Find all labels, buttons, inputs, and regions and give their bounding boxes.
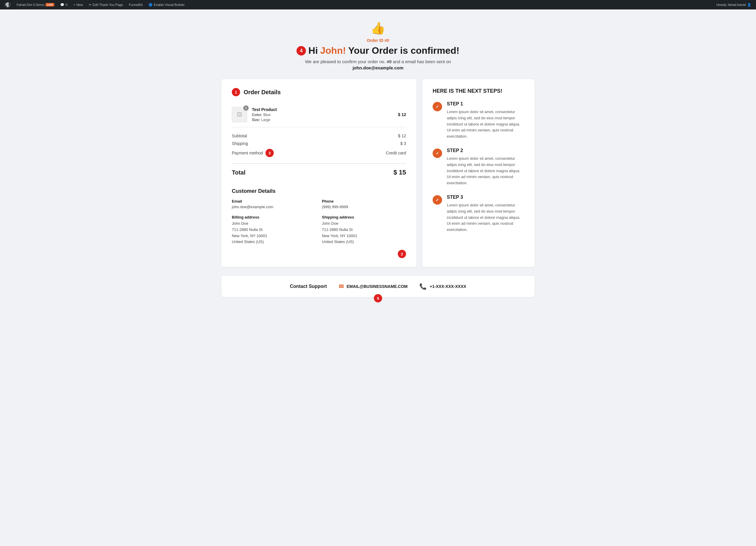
image-placeholder-icon: 🖼 xyxy=(237,112,242,118)
footer-email-address: EMAIL@BUSINESSNAME.COM xyxy=(347,284,408,289)
subtotal-row: Subtotal $ 12 xyxy=(232,132,406,140)
comments-link[interactable]: 💬 0 xyxy=(58,0,70,9)
order-id: Order ID #0 xyxy=(6,38,750,43)
billing-address-field: Billing address John Doe711-2880 Nulla S… xyxy=(232,215,316,245)
page-header: 👍 Order ID #0 4 Hi John! Your Order is c… xyxy=(6,21,750,70)
step-1-content: STEP 1 Lorem ipsum dolor sit amet, conse… xyxy=(447,101,524,140)
footer-annotation: 5 xyxy=(374,294,382,302)
annotation-badge-1: 1 xyxy=(232,88,240,96)
admin-bar: Fahad Divi 5 Demo Live 💬 0 + New ✏ Edit … xyxy=(0,0,756,9)
step-3-desc: Lorem ipsum dolor sit amet, consectetur … xyxy=(447,202,524,233)
footer-phone-contact: 📞 +1-XXX-XXX-XXXX xyxy=(419,283,466,290)
step-1-desc: Lorem ipsum dolor sit amet, consectetur … xyxy=(447,109,524,140)
annotation-badge-2: 2 xyxy=(398,250,406,258)
product-name: Test Product xyxy=(252,107,393,112)
product-image: 1 🖼 xyxy=(232,107,247,122)
step-3-label: STEP 3 xyxy=(447,195,524,200)
payment-label: Payment method xyxy=(232,151,263,155)
step-2-check xyxy=(433,149,442,158)
step-badge-4: 4 xyxy=(296,46,306,56)
step-1-check xyxy=(433,102,442,111)
shipping-label: Shipping xyxy=(232,141,248,146)
grand-total-label: Total xyxy=(232,169,245,176)
email-value: john.doe@example.com xyxy=(232,205,316,209)
payment-method-row: Payment method 3 Credit card xyxy=(232,147,406,159)
phone-field: Phone (999) 999-9999 xyxy=(322,199,406,209)
email-label: Email xyxy=(232,199,316,203)
step-2-desc: Lorem ipsum dolor sit amet, consectetur … xyxy=(447,156,524,186)
shipping-value: $ 3 xyxy=(400,141,406,146)
email-field: Email john.doe@example.com xyxy=(232,199,316,209)
step-3-check xyxy=(433,195,442,205)
product-row: 1 🖼 Test Product Color: Blue Size: Large… xyxy=(232,102,406,127)
site-name[interactable]: Fahad Divi 5 Demo Live xyxy=(14,0,57,9)
confirmation-heading: 4 Hi John! Your Order is confirmed! xyxy=(6,45,750,56)
grand-total-amount: $ 15 xyxy=(393,169,406,176)
edit-page-link[interactable]: ✏ Edit Thank You Page xyxy=(87,0,126,9)
next-steps-card: HERE IS THE NEXT STEPS! STEP 1 Lorem ips… xyxy=(422,79,535,267)
order-details-title: Order Details xyxy=(244,89,281,96)
confirm-email: john.doe@example.com xyxy=(6,65,750,70)
phone-icon: 📞 xyxy=(419,283,427,290)
step-2-label: STEP 2 xyxy=(447,148,524,153)
next-steps-title: HERE IS THE NEXT STEPS! xyxy=(433,88,524,94)
product-size: Size: Large xyxy=(252,118,393,122)
phone-label: Phone xyxy=(322,199,406,203)
footer-email-contact: ✉ EMAIL@BUSINESSNAME.COM xyxy=(339,283,408,290)
order-totals: Subtotal $ 12 Shipping $ 3 Payment metho… xyxy=(232,132,406,159)
payment-value: Credit card xyxy=(386,151,406,155)
greeting-text: Hi xyxy=(308,45,318,56)
grand-total-row: Total $ 15 xyxy=(232,163,406,181)
step-1-item: STEP 1 Lorem ipsum dolor sit amet, conse… xyxy=(433,101,524,140)
step-3-content: STEP 3 Lorem ipsum dolor sit amet, conse… xyxy=(447,195,524,233)
shipping-address-value: John Doe711-2880 Nulla StNew York, NY 10… xyxy=(322,221,406,245)
user-greeting[interactable]: Howdy, fahad-hamid 👤 xyxy=(714,0,754,9)
product-details: Test Product Color: Blue Size: Large xyxy=(252,107,393,122)
product-qty: 1 xyxy=(243,105,249,111)
customer-details-title: Customer Details xyxy=(232,188,406,194)
email-icon: ✉ xyxy=(339,283,344,290)
product-price: $ 12 xyxy=(398,112,406,117)
billing-label: Billing address xyxy=(232,215,316,219)
main-grid: 1 Order Details 1 🖼 Test Product Color: … xyxy=(221,79,535,267)
page-wrapper: 👍 Order ID #0 4 Hi John! Your Order is c… xyxy=(0,9,756,546)
shipping-address-label: Shipping address xyxy=(322,215,406,219)
new-button[interactable]: + New xyxy=(71,0,85,9)
shipping-row: Shipping $ 3 xyxy=(232,140,406,147)
shipping-address-field: Shipping address John Doe711-2880 Nulla … xyxy=(322,215,406,245)
order-details-header: 1 Order Details xyxy=(232,88,406,96)
customer-grid: Email john.doe@example.com Phone (999) 9… xyxy=(232,199,406,245)
step-1-label: STEP 1 xyxy=(447,101,524,107)
customer-details-section: Customer Details Email john.doe@example.… xyxy=(232,188,406,258)
annotation-badge-5: 5 xyxy=(374,294,382,302)
phone-value: (999) 999-9999 xyxy=(322,205,406,209)
payment-label-group: Payment method 3 xyxy=(232,149,274,157)
billing-address-value: John Doe711-2880 Nulla StNew York, NY 10… xyxy=(232,221,316,245)
thumb-icon: 👍 xyxy=(6,21,750,35)
funnelkit-link[interactable]: FunnelKit xyxy=(126,0,145,9)
subtotal-label: Subtotal xyxy=(232,133,247,138)
annotation-badge-3: 3 xyxy=(265,149,274,157)
subtotal-value: $ 12 xyxy=(398,133,406,138)
step-3-item: STEP 3 Lorem ipsum dolor sit amet, conse… xyxy=(433,195,524,233)
footer-phone-number: +1-XXX-XXX-XXXX xyxy=(430,284,466,289)
step-2-item: STEP 2 Lorem ipsum dolor sit amet, conse… xyxy=(433,148,524,186)
step-2-content: STEP 2 Lorem ipsum dolor sit amet, conse… xyxy=(447,148,524,186)
visual-builder-link[interactable]: 🔵 Enable Visual Builder xyxy=(146,0,187,9)
customer-name: John! xyxy=(320,45,346,56)
confirm-subtext: We are pleased to confirm your order no.… xyxy=(6,59,750,64)
confirm-text: Your Order is confirmed! xyxy=(348,45,459,56)
order-details-card: 1 Order Details 1 🖼 Test Product Color: … xyxy=(221,79,416,267)
page-footer: Contact Support ✉ EMAIL@BUSINESSNAME.COM… xyxy=(221,276,535,297)
wordpress-logo[interactable] xyxy=(2,0,13,9)
product-color: Color: Blue xyxy=(252,113,393,117)
contact-support-label: Contact Support xyxy=(290,284,327,289)
